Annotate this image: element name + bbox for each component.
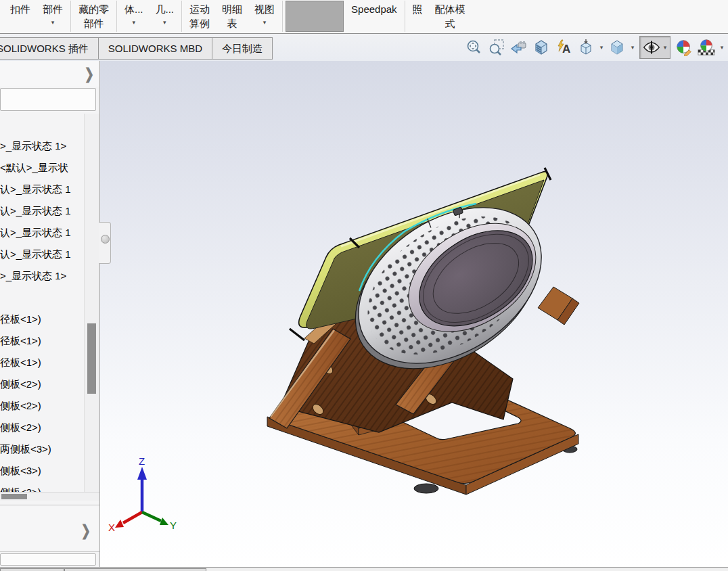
tree-vertical-scrollbar[interactable] [84,114,99,492]
tree-item[interactable]: 两侧板<3>) [0,442,83,463]
bill-of-materials-button[interactable]: 明细表 [216,0,248,32]
dropdown-caret-icon[interactable]: ▾ [598,44,605,51]
apply-scene-icon[interactable] [696,37,716,58]
tree-item[interactable]: 侧板<3>) [0,463,83,485]
tree-item[interactable]: 侧板<2>) [0,420,83,442]
button-label: 式 [445,16,455,30]
component-button[interactable]: 部件▾ [37,0,69,32]
tree-item[interactable]: 侧板<2>) [0,377,83,398]
pressed-toolbar-button[interactable] [286,1,344,32]
tree-item[interactable]: 径板<1>) [0,334,83,355]
button-label: 配体模 [435,2,465,16]
button-label: 部件 [43,2,63,16]
toolbar-row2: SOLIDWORKS 插件SOLIDWORKS MBD今日制造 A▾▾▾▾ [0,34,728,61]
headsup-view-toolbar: A▾▾▾▾ [464,34,725,61]
feature-tree: >_显示状态 1><默认>_显示状认>_显示状态 1认>_显示状态 1认>_显示… [0,114,83,492]
commandmanager-tab-1[interactable]: SOLIDWORKS MBD [99,37,212,60]
views-button[interactable]: 视图▾ [248,0,281,32]
button-label: 几... [156,2,175,16]
panel-divider [0,505,99,505]
dropdown-caret-icon[interactable]: ▾ [51,16,55,28]
tree-vscroll-thumb[interactable] [87,323,96,394]
commandmanager-tab-0[interactable]: SOLIDWORKS 插件 [0,37,99,60]
dropdown-caret-icon[interactable]: ▾ [719,44,725,51]
toolbar-separator [282,1,283,32]
flyout-chevron-icon[interactable]: ❯ [85,65,94,83]
edit-appearance-icon[interactable] [674,37,694,58]
tree-item[interactable]: 认>_显示状态 1 [0,225,83,247]
panel-divider [0,551,99,552]
previous-view-icon[interactable] [509,37,529,58]
tree-item[interactable]: 侧板<3>) [0,485,83,492]
toolbar-separator [181,1,182,32]
tree-item[interactable]: 认>_显示状态 1 [0,182,83,204]
tree-item[interactable]: 侧板<2>) [0,398,83,420]
button-label: 运动 [189,2,210,16]
button-label: 体... [124,2,143,16]
button-label: 视图 [254,2,275,16]
dropdown-caret-icon[interactable]: ▾ [662,44,668,51]
motion-study-button[interactable]: 运动算例 [183,0,216,32]
button-label: 藏的零 [78,2,109,16]
dropdown-caret-icon[interactable]: ▾ [629,44,636,51]
tree-hscroll-thumb[interactable] [1,494,27,499]
solidworks-window: 扣件部件▾藏的零部件体...▾几...▾运动算例明细表视图▾Speedpak照配… [0,0,728,571]
panel-splitter-handle[interactable] [99,222,111,264]
tree-horizontal-scrollbar[interactable] [0,492,99,501]
button-label: 部件 [84,16,104,30]
button-label: 算例 [189,16,210,30]
motion-study-tab[interactable]: 运动算例1 [64,568,206,571]
camera-button[interactable]: 照 [407,0,429,32]
reference-geometry-button[interactable]: 几...▾ [150,0,181,32]
button-label: 扣件 [10,2,30,16]
splitter-knob-icon[interactable] [101,235,110,244]
assembly-mode-button[interactable]: 配体模式 [429,0,472,32]
lower-pane-chevron-icon[interactable]: ❯ [81,522,91,540]
tree-item[interactable]: 径板<1>) [0,355,83,377]
triad-x-label: X [108,522,115,533]
tree-item[interactable]: >_显示状态 1> [0,269,83,290]
button-label: Speedpak [351,2,397,16]
view-orientation-icon[interactable] [576,37,596,58]
collapsed-pane-box[interactable] [0,553,96,566]
assembly-features-button[interactable]: 体...▾ [118,0,150,32]
tree-filter-input[interactable] [0,88,96,111]
featuremanager-lower-pane: ❯ [0,506,99,551]
graphics-viewport[interactable]: Z X Y [100,61,728,567]
display-style-icon[interactable] [607,37,627,58]
zoom-to-area-icon[interactable] [486,37,507,58]
tree-row-spacer [0,290,83,312]
tree-item[interactable]: 认>_显示状态 1 [0,247,83,269]
dropdown-caret-icon[interactable]: ▾ [132,16,135,28]
section-view-icon[interactable] [531,37,551,58]
triad-y-label: Y [170,520,177,531]
annotation-view-icon[interactable]: A [553,37,574,58]
hide-show-items-icon[interactable] [641,37,662,58]
dropdown-caret-icon[interactable]: ▾ [163,16,166,28]
commandmanager-tab-2[interactable]: 今日制造 [212,37,273,60]
button-label: 表 [227,16,237,30]
featuremanager-header: ❯ [0,61,99,87]
toolbar-separator [405,1,405,32]
coordinate-triad: Z X Y [108,455,177,533]
tree-item[interactable]: >_显示状态 1> [0,139,83,160]
tree-item[interactable]: 径板<1>) [0,312,83,334]
tree-item[interactable]: 认>_显示状态 1 [0,204,83,225]
dropdown-caret-icon[interactable]: ▾ [263,16,267,28]
featuremanager-panel: ❯ >_显示状态 1><默认>_显示状认>_显示状态 1认>_显示状态 1认>_… [0,61,100,567]
hidden-components-button[interactable]: 藏的零部件 [72,0,115,32]
button-label: 明细 [222,2,242,16]
speedpak-button[interactable]: Speedpak [345,0,403,32]
model-tab[interactable]: 模型 [0,568,64,571]
toolbar-separator [116,1,117,32]
rubber-foot [414,484,438,493]
fasteners-button[interactable]: 扣件 [4,0,37,32]
tree-item[interactable]: <默认>_显示状 [0,160,83,182]
zoom-to-fit-icon[interactable] [464,37,484,58]
bottom-tab-strip: 模型 运动算例1 [0,567,728,571]
hide-show-items-pressed-button[interactable]: ▾ [639,36,670,59]
commandmanager-tabs: SOLIDWORKS 插件SOLIDWORKS MBD今日制造 [0,37,273,60]
model-3d-view[interactable]: Z X Y [100,61,728,567]
triad-z-label: Z [139,455,145,467]
button-label: 照 [413,2,423,16]
